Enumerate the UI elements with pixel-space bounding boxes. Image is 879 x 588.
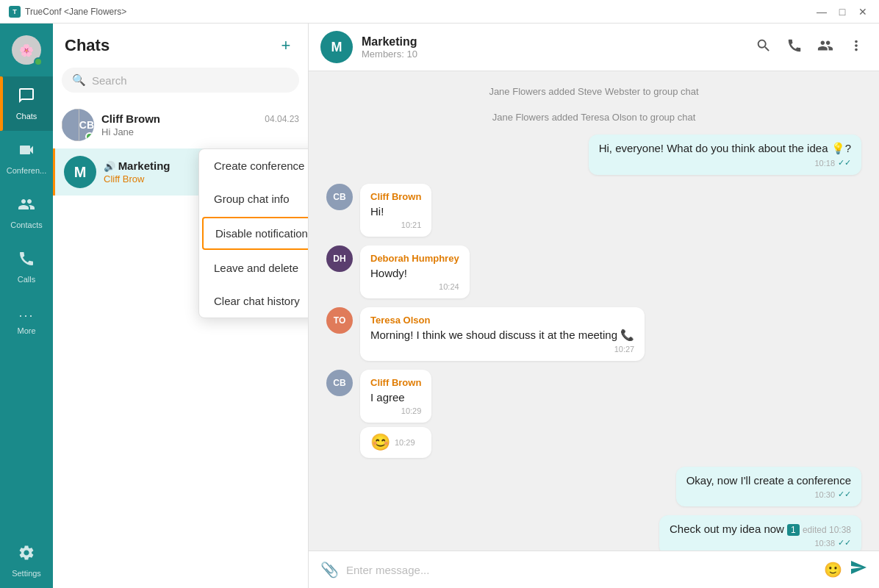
- chat-item-cliff[interactable]: CB Cliff Brown 04.04.23 Hi Jane: [53, 101, 308, 148]
- cliff-avatar: CB: [62, 109, 94, 141]
- cliff-info: Cliff Brown 04.04.23 Hi Jane: [101, 112, 299, 137]
- msg-time: 10:27: [614, 345, 635, 354]
- maximize-button[interactable]: □: [835, 4, 850, 19]
- chat-header-avatar: M: [320, 31, 353, 63]
- cliff-preview: Hi Jane: [101, 126, 299, 137]
- messages-area: Jane Flowers added Steve Webster to grou…: [309, 71, 879, 551]
- window-controls: — □ ✕: [814, 4, 870, 19]
- message-bubble: Deborah Humphrey Howdy! 10:24: [360, 245, 470, 298]
- context-disable-notifications[interactable]: Disable notifications: [202, 217, 308, 250]
- sidebar-bottom: Settings: [0, 534, 53, 588]
- search-button[interactable]: [753, 35, 775, 60]
- sidebar: 🌸 Chats Conferen... Contacts: [0, 24, 53, 588]
- send-button[interactable]: [850, 559, 867, 581]
- message-bubble: Teresa Olson Morning! I think we shoud d…: [360, 307, 645, 361]
- msg-sender: Teresa Olson: [370, 315, 634, 326]
- msg-time: 10:18: [814, 159, 835, 168]
- msg-sender: Cliff Brown: [370, 377, 421, 388]
- chats-title: Chats: [65, 36, 110, 55]
- chat-header-info: Marketing Members: 10: [362, 35, 744, 60]
- chat-header: M Marketing Members: 10: [309, 24, 879, 71]
- settings-label: Settings: [12, 569, 41, 578]
- msg-avatar: CB: [326, 370, 353, 396]
- msg-text: Howdy!: [370, 267, 459, 279]
- cliff-name: Cliff Brown: [101, 112, 160, 125]
- app-title: TrueConf <Jane Flowers>: [25, 7, 126, 17]
- context-create-conference[interactable]: Create conference: [199, 149, 308, 182]
- sidebar-item-more[interactable]: ··· More: [0, 294, 53, 348]
- msg-text: Check out my idea now 1 edited 10:38: [670, 523, 851, 535]
- message-bubble: Hi, everyone! What do you think about th…: [589, 135, 861, 175]
- msg-tick: ✓✓: [838, 158, 851, 168]
- main-layout: 🌸 Chats Conferen... Contacts: [0, 24, 879, 588]
- system-msg-1: Jane Flowers added Steve Webster to grou…: [326, 86, 861, 97]
- members-button[interactable]: [814, 35, 836, 60]
- calls-icon: [18, 250, 35, 272]
- settings-icon: [18, 544, 35, 566]
- active-indicator: [0, 76, 3, 131]
- msg-time: 10:29: [395, 438, 415, 447]
- message-row: CB Cliff Brown Hi! 10:21: [326, 184, 861, 237]
- sidebar-item-contacts[interactable]: Contacts: [0, 185, 53, 240]
- msg-time: 10:24: [439, 282, 459, 291]
- system-msg-2: Jane Flowers added Teresa Olson to group…: [326, 112, 861, 123]
- marketing-avatar: M: [64, 156, 96, 188]
- msg-text: Morning! I think we shoud discuss it at …: [370, 329, 634, 342]
- sidebar-item-conference[interactable]: Conferen...: [0, 131, 53, 185]
- calls-label: Calls: [18, 275, 35, 284]
- msg-time: 10:29: [401, 406, 422, 415]
- chat-header-name: Marketing: [362, 35, 744, 49]
- sidebar-item-chats[interactable]: Chats: [0, 76, 53, 131]
- emoji-picker-button[interactable]: 🙂: [824, 561, 842, 578]
- add-chat-button[interactable]: +: [276, 35, 296, 56]
- chats-label: Chats: [16, 112, 37, 121]
- contacts-label: Contacts: [10, 220, 42, 229]
- msg-sender: Deborah Humphrey: [370, 253, 459, 264]
- msg-time: 10:38: [814, 539, 835, 548]
- message-row: DH Deborah Humphrey Howdy! 10:24: [326, 245, 861, 298]
- online-indicator: [85, 132, 94, 141]
- chat-header-actions: [753, 35, 867, 60]
- more-icon: ···: [18, 308, 34, 323]
- more-options-button[interactable]: [845, 35, 867, 60]
- msg-text: Hi!: [370, 205, 421, 218]
- message-bubble: Cliff Brown Hi! 10:21: [360, 184, 431, 237]
- attach-button[interactable]: 📎: [320, 561, 339, 578]
- msg-time: 10:30: [814, 490, 835, 499]
- msg-sender: Cliff Brown: [370, 191, 421, 202]
- search-bar[interactable]: 🔍: [62, 68, 299, 93]
- more-label: More: [17, 326, 35, 335]
- search-input[interactable]: [92, 74, 289, 87]
- chat-item-marketing[interactable]: M 🔊 Marketing 04.04.23 Cliff Brow Create…: [53, 148, 308, 196]
- message-bubble: Okay, now I'll create a conference 10:30…: [676, 467, 861, 506]
- msg-text: Hi, everyone! What do you think about th…: [599, 142, 851, 155]
- message-row: Check out my idea now 1 edited 10:38 10:…: [326, 515, 861, 551]
- message-row: Hi, everyone! What do you think about th…: [326, 135, 861, 175]
- titlebar-left: T TrueConf <Jane Flowers>: [9, 6, 126, 18]
- chats-icon: [18, 87, 35, 109]
- call-button[interactable]: [783, 35, 806, 60]
- message-row: CB Cliff Brown I agree 10:29 😊 10:29: [326, 370, 861, 458]
- sidebar-item-settings[interactable]: Settings: [0, 534, 53, 588]
- msg-text: I agree: [370, 391, 421, 404]
- search-icon: 🔍: [72, 74, 86, 87]
- chat-header-members: Members: 10: [362, 49, 744, 60]
- profile-section[interactable]: 🌸: [0, 24, 53, 76]
- cliff-time: 04.04.23: [265, 114, 299, 124]
- message-bubble: Cliff Brown I agree 10:29: [360, 370, 431, 423]
- chat-list-panel: Chats + 🔍 CB Cliff Brown 04.04.23: [53, 24, 309, 588]
- close-button[interactable]: ✕: [855, 4, 870, 19]
- context-group-chat-info[interactable]: Group chat info: [199, 182, 308, 215]
- preview-sender: Cliff Brow: [104, 173, 144, 184]
- message-row: TO Teresa Olson Morning! I think we shou…: [326, 307, 861, 361]
- message-input[interactable]: [346, 564, 817, 576]
- msg-text: Okay, now I'll create a conference: [686, 474, 851, 487]
- context-leave-delete[interactable]: Leave and delete: [199, 251, 308, 284]
- conference-label: Conferen...: [7, 166, 46, 175]
- conference-icon: [18, 141, 35, 163]
- chat-main: M Marketing Members: 10: [309, 24, 879, 588]
- chat-items-list: CB Cliff Brown 04.04.23 Hi Jane M: [53, 101, 308, 588]
- context-clear-history[interactable]: Clear chat history: [199, 284, 308, 318]
- minimize-button[interactable]: —: [814, 4, 829, 19]
- sidebar-item-calls[interactable]: Calls: [0, 240, 53, 294]
